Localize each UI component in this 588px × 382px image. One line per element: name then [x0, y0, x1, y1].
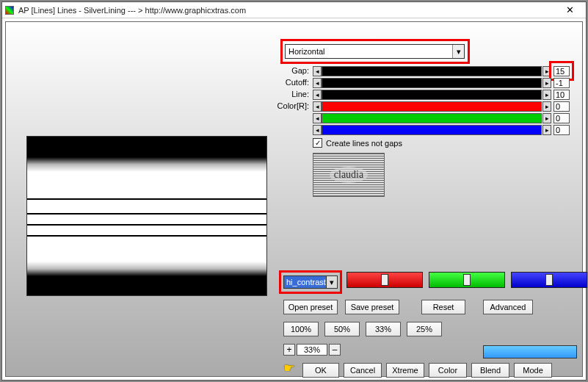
chevron-down-icon: ▾	[452, 45, 464, 58]
blue-slider[interactable]	[511, 272, 587, 288]
cutoff-dec[interactable]: ◂	[313, 78, 322, 88]
label-gap: Gap:	[269, 66, 309, 75]
cutoff-inc[interactable]: ▸	[542, 78, 551, 88]
create-lines-label: Create lines not gaps	[326, 139, 402, 148]
orientation-dropdown[interactable]: Horizontal ▾	[285, 44, 465, 59]
preset-dropdown[interactable]: hi_contrast ▾	[283, 275, 338, 289]
slider-thumb[interactable]	[381, 274, 388, 286]
label-color-r: Color[R]:	[269, 101, 309, 110]
zoom-out-button[interactable]: –	[329, 344, 341, 356]
ok-button[interactable]: OK	[302, 363, 339, 378]
claudia-label: claudia	[330, 167, 368, 183]
titlebar: AP [Lines] Lines - SilverLining --- > ht…	[2, 2, 586, 18]
blend-button[interactable]: Blend	[471, 363, 509, 378]
gap-dec[interactable]: ◂	[313, 66, 322, 76]
colorg-inc[interactable]: ▸	[542, 113, 551, 123]
line-inc[interactable]: ▸	[542, 90, 551, 100]
green-slider[interactable]	[429, 272, 505, 288]
hand-pointer-icon: ☛	[283, 360, 295, 376]
advanced-button[interactable]: Advanced	[483, 300, 533, 314]
mode-button[interactable]: Mode	[514, 363, 552, 378]
zoom-value[interactable]: 33%	[297, 344, 327, 356]
open-preset-button[interactable]: Open preset	[283, 300, 338, 314]
colorr-inc[interactable]: ▸	[542, 101, 551, 112]
create-lines-checkbox[interactable]: ✓	[313, 138, 322, 148]
slider-thumb[interactable]	[545, 274, 553, 286]
line-dec[interactable]: ◂	[313, 90, 322, 100]
red-slider[interactable]	[346, 272, 423, 288]
zoom-100-button[interactable]: 100%	[283, 322, 319, 336]
colorb-slider[interactable]	[322, 125, 542, 135]
zoom-25-button[interactable]: 25%	[407, 322, 442, 336]
colorg-dec[interactable]: ◂	[313, 113, 322, 123]
save-preset-button[interactable]: Save preset	[345, 300, 399, 314]
colorr-value[interactable]: 0	[553, 101, 570, 112]
gap-inc[interactable]: ▸	[542, 66, 551, 76]
xtreme-button[interactable]: Xtreme	[386, 363, 424, 378]
colorr-dec[interactable]: ◂	[313, 101, 322, 112]
gap-slider[interactable]	[322, 66, 542, 76]
cutoff-slider[interactable]	[322, 78, 542, 88]
app-icon	[5, 6, 14, 15]
colorb-inc[interactable]: ▸	[542, 125, 551, 135]
create-lines-checkbox-row: ✓ Create lines not gaps	[313, 138, 402, 148]
colorg-value[interactable]: 0	[553, 113, 570, 123]
preview-image	[26, 136, 267, 296]
reset-button[interactable]: Reset	[421, 300, 465, 314]
label-cutoff: Cutoff:	[269, 78, 309, 87]
colorr-slider[interactable]	[322, 101, 542, 112]
cutoff-value[interactable]: -1	[553, 78, 570, 88]
plugin-window: AP [Lines] Lines - SilverLining --- > ht…	[1, 1, 587, 381]
window-title: AP [Lines] Lines - SilverLining --- > ht…	[18, 6, 246, 15]
cancel-button[interactable]: Cancel	[344, 363, 382, 378]
close-icon: ✕	[566, 4, 574, 15]
chevron-down-icon: ▾	[326, 276, 337, 288]
preset-selected: hi_contrast	[286, 278, 326, 286]
colorb-value[interactable]: 0	[553, 125, 570, 135]
line-value[interactable]: 10	[553, 90, 570, 100]
slider-thumb[interactable]	[463, 274, 471, 286]
colorg-slider[interactable]	[322, 113, 542, 123]
client-area: Horizontal ▾ Gap: ◂ ▸ 15 Cutoff: ◂ ▸ -1 …	[5, 21, 583, 377]
label-line: Line:	[269, 90, 309, 98]
zoom-in-button[interactable]: +	[283, 344, 295, 356]
current-color-swatch[interactable]	[483, 345, 577, 358]
zoom-33-button[interactable]: 33%	[366, 322, 401, 336]
claudia-thumbnail: claudia	[313, 153, 385, 197]
line-slider[interactable]	[322, 90, 542, 100]
color-button[interactable]: Color	[429, 363, 467, 378]
gap-value[interactable]: 15	[553, 66, 570, 76]
orientation-selected: Horizontal	[288, 47, 325, 56]
colorb-dec[interactable]: ◂	[313, 125, 322, 135]
zoom-50-button[interactable]: 50%	[324, 322, 360, 336]
close-button[interactable]: ✕	[555, 2, 584, 17]
